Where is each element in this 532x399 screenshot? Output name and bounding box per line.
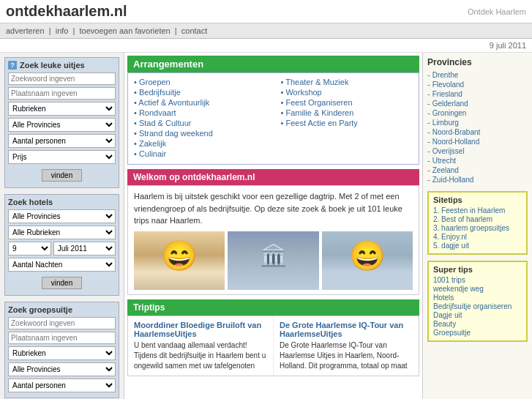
hotels-month-select[interactable]: Juli 2011	[53, 242, 116, 256]
list-item[interactable]: Flevoland	[427, 80, 528, 89]
triptip-item-2: De Grote Haarlemse IQ-Tour van Haarlemse…	[274, 316, 419, 376]
supertips-title: Super tips	[433, 265, 522, 274]
rubrieken-select[interactable]: Rubrieken	[8, 102, 116, 116]
groep-provinces-select[interactable]: Alle Provincies	[8, 362, 116, 376]
nav-favorieten[interactable]: toevoegen aan favorieten	[80, 26, 171, 35]
welcome-images	[128, 231, 419, 294]
list-item[interactable]: Beauty	[433, 320, 522, 328]
search-uitjes-section: ? Zoek leuke uitjes Rubrieken Alle Provi…	[4, 57, 119, 188]
list-item[interactable]: 1001 trips	[433, 276, 522, 284]
list-item[interactable]: Zakelijk	[134, 139, 266, 148]
search-groepsuitje-title: Zoek groepsuitje	[8, 305, 116, 314]
triptips-columns: Moorddiner Bloedige Bruiloft van Haarlem…	[128, 316, 419, 376]
arrangementen-col2-list: Theater & MuziekWorkshopFeest Organisere…	[281, 78, 413, 127]
list-item[interactable]: Drenthe	[427, 70, 528, 79]
nav-contact[interactable]: contact	[181, 26, 207, 35]
sitetips-box: Sitetips 1. Feesten in Haarlem2. Best of…	[427, 191, 528, 255]
list-item[interactable]: Rondvaart	[134, 108, 266, 117]
list-item[interactable]: 5. dagje uit	[433, 242, 522, 250]
list-item[interactable]: Utrecht	[427, 156, 528, 165]
triptip-item-1: Moorddiner Bloedige Bruiloft van Haarlem…	[128, 316, 274, 376]
list-item[interactable]: Groningen	[427, 108, 528, 117]
list-item[interactable]: 2. Best of haarlem	[433, 215, 522, 223]
list-item[interactable]: 3. haarlem groepsuitjes	[433, 224, 522, 232]
site-title[interactable]: ontdekhaarlem.nl	[6, 3, 127, 20]
provinces-select[interactable]: Alle Provincies	[8, 118, 116, 132]
persons-select[interactable]: Aantal personen	[8, 134, 116, 148]
search-uitjes-title: ? Zoek leuke uitjes	[8, 61, 116, 70]
list-item[interactable]: Feest Actie en Party	[281, 119, 413, 127]
date-bar: 9 juli 2011	[0, 39, 532, 53]
list-item[interactable]: Limburg	[427, 118, 528, 127]
list-item[interactable]: Overijssel	[427, 146, 528, 155]
main-layout: ? Zoek leuke uitjes Rubrieken Alle Provi…	[0, 53, 532, 399]
hotels-rubrieken-select[interactable]: Alle Rubrieken	[8, 225, 116, 239]
list-item[interactable]: Noord-Brabant	[427, 127, 528, 136]
triptip-title-2[interactable]: De Grote Haarlemse IQ-Tour van Haarlemse…	[280, 321, 413, 338]
provinces-title: Provincies	[427, 57, 528, 67]
groep-rubrieken-select[interactable]: Rubrieken	[8, 346, 116, 360]
list-item[interactable]: Theater & Muziek	[281, 78, 413, 86]
triptip-text-2: De Grote Haarlemse IQ-Tour van Haarlemse…	[280, 340, 413, 371]
welcome-image-2	[228, 231, 318, 290]
list-item[interactable]: Familie & Kinderen	[281, 108, 413, 117]
price-select[interactable]: Prijs	[8, 150, 116, 164]
list-item[interactable]: Actief & Avontuurlijk	[134, 98, 266, 107]
triptips-section: Triptips Moorddiner Bloedige Bruiloft va…	[127, 299, 419, 376]
header: ontdekhaarlem.nl Ontdek Haarlem	[0, 0, 532, 23]
hotels-day-select[interactable]: 9	[8, 242, 51, 256]
list-item[interactable]: 4. Enjoy.nl	[433, 233, 522, 241]
list-item[interactable]: Hotels	[433, 294, 522, 302]
groep-persons-select[interactable]: Aantal personen	[8, 379, 116, 392]
hotels-provinces-select[interactable]: Alle Provincies	[8, 209, 116, 223]
sitetips-title: Sitetips	[433, 195, 522, 204]
list-item[interactable]: Strand dag weekend	[134, 129, 266, 138]
welcome-section: Welkom op ontdekhaarlem.nl Haarlem is bi…	[127, 169, 419, 295]
welcome-text: Haarlem is bij uitstek geschikt voor een…	[128, 186, 419, 231]
center-content: Arrangementen GroepenBedrijfsuitjeActief…	[124, 53, 422, 399]
find-hotels-button[interactable]: vinden	[42, 277, 82, 289]
supertips-list: 1001 tripsweekendje wegHotelsBedrijfsuit…	[433, 276, 522, 337]
question-icon: ?	[8, 61, 17, 70]
arrangementen-col1: GroepenBedrijfsuitjeActief & Avontuurlij…	[134, 78, 266, 160]
list-item[interactable]: Groepsuitje	[433, 329, 522, 337]
nav-adverteren[interactable]: adverteren	[6, 26, 45, 35]
groep-keyword-input[interactable]	[8, 317, 116, 329]
groep-place-input[interactable]	[8, 332, 116, 344]
list-item[interactable]: Friesland	[427, 89, 528, 98]
nav-info[interactable]: info	[56, 26, 69, 35]
list-item[interactable]: Gelderland	[427, 99, 528, 108]
search-hotels-section: Zoek hotels Alle Provincies Alle Rubriek…	[4, 194, 119, 296]
list-item[interactable]: Zuid-Holland	[427, 175, 528, 184]
place-input[interactable]	[8, 87, 116, 100]
list-item[interactable]: Dagje uit	[433, 311, 522, 319]
list-item[interactable]: Bedrijfsuitje organiseren	[433, 302, 522, 310]
list-item[interactable]: weekendje weg	[433, 285, 522, 293]
keyword-input[interactable]	[8, 72, 116, 85]
find-uitjes-button[interactable]: vinden	[42, 169, 82, 182]
right-sidebar: Provincies DrentheFlevolandFrieslandGeld…	[422, 53, 532, 399]
welcome-body: Haarlem is bij uitstek geschikt voor een…	[127, 185, 419, 295]
triptip-title-1[interactable]: Moorddiner Bloedige Bruiloft van Haarlem…	[134, 321, 267, 338]
supertips-box: Super tips 1001 tripsweekendje wegHotels…	[427, 261, 528, 342]
list-item[interactable]: Feest Organiseren	[281, 98, 413, 107]
top-nav: adverteren | info | toevoegen aan favori…	[0, 23, 532, 39]
search-hotels-title: Zoek hotels	[8, 198, 116, 206]
welcome-header: Welkom op ontdekhaarlem.nl	[127, 169, 419, 185]
triptip-text-1: U bent vandaag allemaal verdacht! Tijden…	[134, 340, 267, 371]
arrangementen-section: Arrangementen GroepenBedrijfsuitjeActief…	[127, 56, 419, 165]
list-item[interactable]: Zeeland	[427, 165, 528, 174]
list-item[interactable]: 1. Feesten in Haarlem	[433, 206, 522, 215]
list-item[interactable]: Workshop	[281, 88, 413, 97]
triptips-body: Moorddiner Bloedige Bruiloft van Haarlem…	[127, 316, 419, 376]
header-link[interactable]: Ontdek Haarlem	[468, 7, 526, 16]
arrangementen-columns: GroepenBedrijfsuitjeActief & Avontuurlij…	[134, 78, 413, 160]
triptips-header: Triptips	[127, 299, 419, 316]
list-item[interactable]: Groepen	[134, 78, 266, 86]
welcome-image-3	[322, 231, 413, 290]
list-item[interactable]: Stad & Cultuur	[134, 119, 266, 127]
list-item[interactable]: Noord-Holland	[427, 137, 528, 146]
list-item[interactable]: Culinair	[134, 149, 266, 158]
hotels-nights-select[interactable]: Aantal Nachten	[8, 258, 116, 272]
list-item[interactable]: Bedrijfsuitje	[134, 88, 266, 97]
